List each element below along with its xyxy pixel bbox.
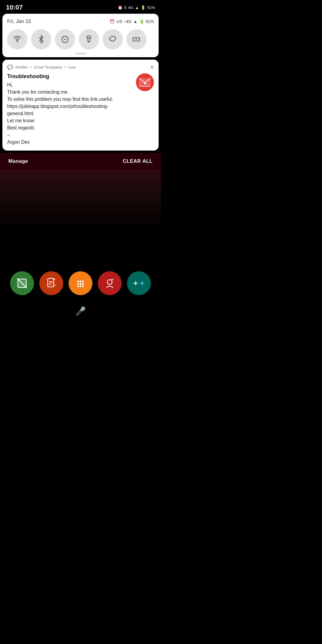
qs-tile-rotate[interactable] — [103, 29, 123, 49]
notif-header-left: 💬 Notifier • Email Templates • now — [7, 64, 75, 70]
qs-tile-bluetooth[interactable] — [31, 29, 51, 49]
notif-app-logo — [136, 73, 154, 91]
qs-drag-handle[interactable] — [75, 53, 86, 54]
status-time: 10:07 — [6, 4, 23, 11]
qs-signal-icon: ⊙5 — [116, 19, 122, 24]
svg-point-26 — [80, 283, 81, 285]
status-icons: ⏰ 5 4G ▲ 🔋 51% — [118, 5, 155, 10]
bottom-bar: 🎤 — [0, 306, 161, 316]
qs-signal-bars: ▲ — [133, 19, 137, 24]
dock-app-2[interactable] — [39, 271, 63, 295]
qs-alarm-icon: ⏰ — [109, 19, 114, 24]
svg-point-22 — [77, 281, 79, 282]
svg-point-29 — [80, 285, 81, 287]
svg-point-31 — [107, 280, 112, 284]
qs-battery: 🔋 51% — [139, 19, 154, 24]
battery-percent: 51% — [147, 5, 155, 10]
svg-point-30 — [82, 285, 84, 287]
qs-tile-wifi[interactable] — [7, 29, 27, 49]
dock-row — [0, 271, 161, 295]
notif-time: now — [68, 65, 75, 69]
qs-date: Fri, Jan 15 — [7, 18, 31, 24]
svg-point-28 — [77, 285, 79, 287]
notification-card: 💬 Notifier • Email Templates • now ∧ Tro… — [2, 60, 159, 151]
notif-content: Hi, Thank you for contacting me. To solv… — [7, 81, 133, 146]
notif-app-extra: Email Templates — [34, 65, 62, 69]
dock-app-4[interactable] — [98, 271, 122, 295]
qs-header: Fri, Jan 15 ⏰ ⊙5 ↑4G ▲ 🔋 51% — [7, 18, 154, 24]
notif-text: Troubleshooting Hi, Thank you for contac… — [7, 73, 133, 146]
notif-app-name: Notifier — [16, 65, 28, 69]
notif-app-icon: 💬 — [7, 64, 13, 70]
notif-header: 💬 Notifier • Email Templates • now ∧ — [7, 64, 154, 70]
svg-point-25 — [77, 283, 79, 285]
svg-point-27 — [82, 283, 84, 285]
notif-actions-bar: Manage CLEAR ALL — [0, 153, 161, 170]
notif-body: Troubleshooting Hi, Thank you for contac… — [7, 73, 154, 146]
notif-expand-chevron[interactable]: ∧ — [150, 64, 154, 70]
alarm-icon: ⏰ — [118, 5, 123, 10]
qs-status-icons: ⏰ ⊙5 ↑4G ▲ 🔋 51% — [109, 19, 154, 24]
manage-button[interactable]: Manage — [8, 158, 28, 164]
dock-app-5[interactable] — [127, 271, 151, 295]
notif-title: Troubleshooting — [7, 73, 133, 80]
status-bar: 10:07 ⏰ 5 4G ▲ 🔋 51% — [0, 0, 161, 14]
qs-tiles — [7, 29, 154, 49]
svg-point-24 — [82, 281, 84, 282]
battery-icon: 🔋 — [141, 5, 145, 10]
dock-app-3[interactable] — [69, 271, 92, 295]
network-type: 4G — [128, 5, 133, 10]
quick-settings-panel: Fri, Jan 15 ⏰ ⊙5 ↑4G ▲ 🔋 51% — [2, 14, 159, 57]
signal-strength-icon: ▲ — [135, 5, 139, 10]
wallpaper-area — [0, 170, 161, 229]
clear-all-button[interactable]: CLEAR ALL — [123, 158, 153, 164]
svg-line-33 — [113, 279, 113, 280]
mic-icon[interactable]: 🎤 — [75, 306, 86, 316]
qs-4g-icon: ↑4G — [124, 19, 132, 24]
svg-point-0 — [17, 41, 18, 42]
notif-separator-2: • — [65, 65, 66, 69]
svg-point-23 — [80, 281, 81, 282]
qs-tile-dnd[interactable] — [55, 29, 75, 49]
qs-tile-battery-saver[interactable] — [126, 29, 147, 49]
qs-tile-flashlight[interactable] — [79, 29, 99, 49]
notif-separator-1: • — [30, 65, 32, 69]
dock-app-1[interactable] — [10, 271, 34, 295]
signal-text: 5 — [124, 5, 126, 10]
svg-rect-3 — [88, 38, 90, 41]
